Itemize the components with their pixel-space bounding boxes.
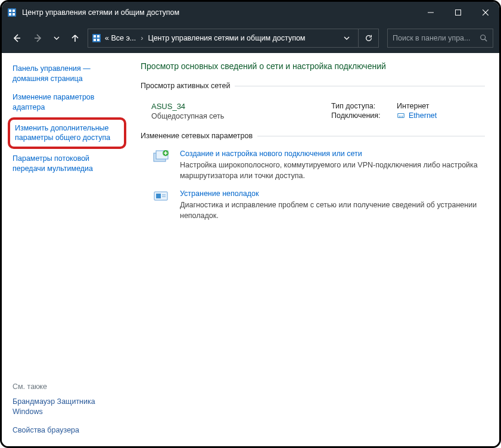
sidebar-link-adapter[interactable]: Изменение параметров адаптера [13, 92, 122, 113]
svg-line-17 [485, 39, 487, 42]
svg-rect-12 [94, 35, 96, 38]
access-type-label: Тип доступа: [331, 102, 397, 110]
task-new-connection: Создание и настройка нового подключения … [141, 144, 485, 183]
svg-rect-3 [9, 13, 11, 15]
change-settings-label: Изменение сетевых параметров [141, 132, 485, 140]
address-dropdown[interactable] [339, 35, 354, 41]
sidebar-link-advanced-highlight: Изменить дополнительные параметры общего… [8, 117, 126, 150]
task-troubleshoot: Устранение неполадок Диагностика и испра… [141, 183, 485, 223]
search-box[interactable]: Поиск в панели упра... [387, 29, 493, 48]
svg-rect-28 [156, 194, 161, 198]
svg-rect-2 [13, 10, 15, 12]
task-troubleshoot-desc: Диагностика и исправление проблем с сеть… [180, 200, 481, 221]
breadcrumb-1[interactable]: « Все э... [105, 34, 136, 42]
sidebar-link-streaming[interactable]: Параметры потоковой передачи мультимедиа [13, 154, 122, 174]
address-bar[interactable]: « Все э... › Центр управления сетями и о… [88, 29, 359, 48]
network-type: Общедоступная сеть [151, 112, 331, 120]
minimize-button[interactable] [417, 2, 444, 23]
active-network: ASUS_34 Общедоступная сеть Тип доступа: … [141, 94, 485, 132]
task-new-connection-link[interactable]: Создание и настройка нового подключения … [180, 150, 481, 158]
content: Панель управления — домашняя страница Из… [2, 53, 499, 446]
forward-button[interactable] [29, 29, 47, 47]
svg-point-16 [481, 35, 486, 40]
svg-rect-6 [456, 10, 461, 15]
navbar: « Все э... › Центр управления сетями и о… [2, 23, 499, 53]
sidebar: Панель управления — домашняя страница Из… [2, 53, 130, 446]
titlebar: Центр управления сетями и общим доступом [2, 2, 499, 23]
up-button[interactable] [66, 29, 84, 47]
network-name: ASUS_34 [151, 102, 331, 111]
task-troubleshoot-link[interactable]: Устранение неполадок [180, 189, 481, 198]
task-new-connection-desc: Настройка широкополосного, коммутируемог… [180, 160, 481, 181]
svg-rect-15 [97, 39, 99, 41]
history-dropdown[interactable] [51, 29, 63, 47]
chevron-right-icon[interactable]: › [139, 34, 144, 42]
maximize-button[interactable] [444, 2, 472, 23]
new-connection-icon [151, 150, 172, 166]
ethernet-icon [397, 111, 405, 120]
active-networks-label: Просмотр активных сетей [141, 82, 485, 90]
sidebar-link-home[interactable]: Панель управления — домашняя страница [13, 64, 122, 84]
window-title: Центр управления сетями и общим доступом [22, 8, 417, 17]
connections-label: Подключения: [331, 111, 397, 120]
svg-rect-14 [94, 39, 96, 41]
sidebar-link-browser[interactable]: Свойства браузера [13, 425, 122, 435]
access-type-value: Интернет [397, 102, 430, 110]
svg-rect-13 [97, 35, 99, 38]
main-panel: Просмотр основных сведений о сети и наст… [130, 53, 499, 446]
svg-rect-1 [9, 10, 11, 12]
page-heading: Просмотр основных сведений о сети и наст… [141, 61, 485, 71]
svg-rect-4 [13, 13, 15, 15]
troubleshoot-icon [151, 189, 172, 206]
app-icon [7, 7, 17, 18]
breadcrumb-2[interactable]: Центр управления сетями и общим доступом [148, 34, 305, 42]
search-icon [480, 34, 488, 42]
address-icon [92, 33, 101, 43]
sidebar-link-advanced[interactable]: Изменить дополнительные параметры общего… [15, 123, 119, 144]
see-also-label: См. также [13, 382, 122, 391]
connections-link[interactable]: Ethernet [397, 111, 437, 120]
close-button[interactable] [472, 2, 499, 23]
back-button[interactable] [8, 29, 26, 47]
sidebar-link-firewall[interactable]: Брандмауэр Защитника Windows [13, 397, 122, 417]
search-placeholder: Поиск в панели упра... [393, 34, 480, 42]
refresh-button[interactable] [359, 29, 379, 48]
